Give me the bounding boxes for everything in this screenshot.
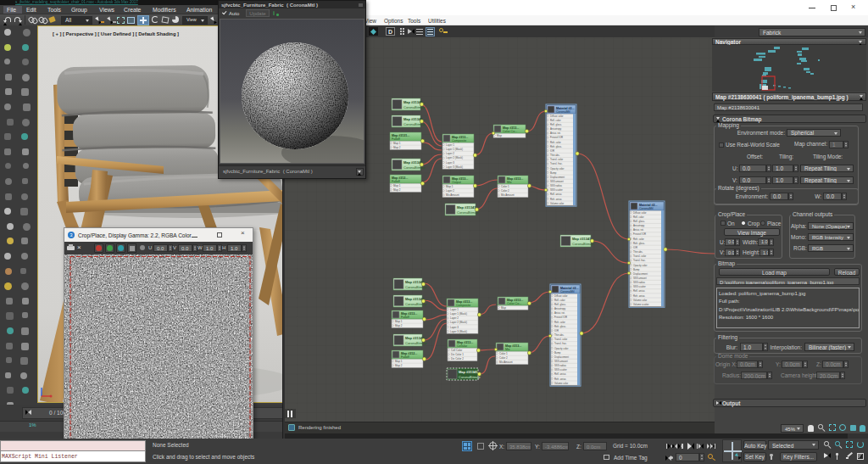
svg-text:Map #31341...: Map #31341... — [459, 370, 481, 374]
svg-text:Refl. color: Refl. color — [550, 119, 561, 122]
svg-text:Volume scatter: Volume scatter — [633, 303, 649, 306]
svg-text:Fresnel IOR: Fresnel IOR — [554, 316, 567, 319]
svg-text:Anisotropy: Anisotropy — [633, 224, 645, 227]
svg-text:Refr. aniso.: Refr. aniso. — [633, 294, 645, 298]
svg-text:Thin abs.: Thin abs. — [554, 333, 565, 337]
svg-text:Refr. aniso.: Refr. aniso. — [554, 377, 566, 381]
svg-text:Mix Amount: Mix Amount — [499, 361, 513, 364]
svg-text:Map 1: Map 1 — [446, 185, 453, 188]
svg-text:IOR: IOR — [550, 149, 554, 153]
svg-text:Color 1: Color 1 — [499, 352, 508, 355]
svg-text:Aniso. rot.: Aniso. rot. — [550, 131, 561, 135]
svg-text:Mix Amount: Mix Amount — [501, 193, 515, 197]
svg-text:Refr. color: Refr. color — [633, 238, 644, 241]
svg-text:Opacity color: Opacity color — [550, 167, 564, 171]
svg-text:Map 2: Map 2 — [395, 364, 403, 367]
svg-text:Layer 2: Layer 2 — [446, 152, 454, 155]
svg-text:Layer 3 (Mask): Layer 3 (Mask) — [446, 165, 463, 169]
svg-text:Layer 1: Layer 1 — [450, 308, 459, 311]
svg-text:Map: Map — [497, 134, 502, 137]
svg-text:Layer 2 (Mask): Layer 2 (Mask) — [446, 156, 463, 159]
svg-text:Refl. color: Refl. color — [633, 215, 644, 219]
svg-text:CoronaMtl: CoronaMtl — [556, 110, 570, 114]
svg-text:Layer 3: Layer 3 — [450, 326, 459, 329]
svg-text:Fresnel IOR: Fresnel IOR — [633, 232, 646, 236]
svg-text:Composite: Composite — [456, 304, 470, 307]
svg-text:Falloff: Falloff — [401, 316, 409, 319]
svg-text:Map 1: Map 1 — [395, 320, 403, 323]
svg-text:Volume color: Volume color — [554, 382, 568, 385]
svg-text:Falloff: Falloff — [401, 355, 409, 359]
svg-text:Thin abs.: Thin abs. — [633, 250, 643, 254]
svg-text:Refr. color: Refr. color — [554, 321, 565, 324]
svg-text:Output: Output — [452, 181, 461, 184]
svg-text:Layer 2 (Mask): Layer 2 (Mask) — [450, 321, 467, 324]
svg-text:SSS amount: SSS amount — [633, 277, 647, 280]
svg-text:Thin abs.: Thin abs. — [550, 154, 560, 157]
svg-text:SSS radius: SSS radius — [554, 364, 567, 367]
svg-text:Map 2: Map 2 — [393, 146, 401, 149]
svg-text:Refr. color: Refr. color — [550, 141, 561, 144]
svg-text:Transl. color: Transl. color — [550, 158, 563, 161]
svg-text:Refl. gloss.: Refl. gloss. — [550, 123, 562, 126]
svg-text:Map: Map — [501, 306, 506, 310]
svg-text:Displacement: Displacement — [554, 355, 569, 359]
svg-text:SSS scatter: SSS scatter — [554, 368, 567, 372]
svg-text:Volume color: Volume color — [633, 299, 647, 302]
svg-text:Falloff: Falloff — [392, 180, 400, 183]
svg-text:Displacement: Displacement — [550, 176, 565, 179]
svg-text:Refr. aniso.: Refr. aniso. — [550, 198, 562, 201]
svg-text:Falloff: Falloff — [392, 137, 400, 141]
svg-text:Bump: Bump — [550, 171, 557, 175]
svg-text:CoronaBitmap: CoronaBitmap — [459, 375, 481, 379]
svg-text:Aniso. rot.: Aniso. rot. — [633, 228, 644, 232]
svg-text:Div Color 2: Div Color 2 — [451, 357, 464, 361]
svg-text:Opacity color: Opacity color — [633, 264, 647, 267]
svg-text:Mix: Mix — [507, 181, 512, 184]
svg-text:Layer 1: Layer 1 — [446, 143, 454, 147]
svg-text:Layer 3 (Mask): Layer 3 (Mask) — [450, 330, 467, 333]
svg-text:Color 1: Color 1 — [501, 185, 509, 188]
svg-text:Div Color 1: Div Color 1 — [451, 353, 464, 356]
svg-text:Diffuse color: Diffuse color — [554, 294, 568, 298]
svg-text:Refr. gloss.: Refr. gloss. — [554, 325, 566, 328]
svg-text:CoronaMtl: CoronaMtl — [560, 290, 575, 293]
svg-text:SSS scatter: SSS scatter — [550, 188, 563, 192]
svg-text:Refl. aniso.: Refl. aniso. — [554, 372, 566, 376]
svg-text:Refl. aniso.: Refl. aniso. — [633, 289, 645, 293]
svg-text:Layer 3: Layer 3 — [446, 161, 454, 165]
svg-text:Layer 1 (Mask): Layer 1 (Mask) — [446, 148, 463, 151]
svg-text:Refl. gloss.: Refl. gloss. — [554, 303, 566, 306]
svg-text:SSS radius: SSS radius — [633, 281, 646, 284]
svg-text:Anisotropy: Anisotropy — [550, 127, 562, 131]
svg-text:Opacity color: Opacity color — [554, 347, 568, 350]
svg-text:Map 2: Map 2 — [393, 188, 401, 192]
svg-text:SSS scatter: SSS scatter — [633, 285, 646, 288]
svg-text:Diffuse color: Diffuse color — [550, 115, 564, 118]
svg-text:Bump: Bump — [554, 351, 561, 355]
svg-text:Layer 2: Layer 2 — [446, 189, 454, 193]
svg-text:Anisotropy: Anisotropy — [554, 307, 566, 310]
svg-text:Mix: Mix — [505, 348, 510, 351]
svg-text:Layer 1 (Mask): Layer 1 (Mask) — [450, 312, 467, 316]
svg-text:Fresnel IOR: Fresnel IOR — [550, 136, 563, 139]
svg-text:Map 1: Map 1 — [393, 184, 401, 187]
svg-text:CoronaMtl: CoronaMtl — [639, 207, 654, 210]
svg-text:IOR: IOR — [633, 246, 637, 249]
svg-text:Color 2: Color 2 — [499, 356, 508, 360]
svg-text:Map 1: Map 1 — [393, 142, 401, 145]
svg-text:Diffuse color: Diffuse color — [633, 211, 647, 215]
svg-text:Aniso. rot.: Aniso. rot. — [554, 311, 565, 315]
svg-text:Transl. frac.: Transl. frac. — [633, 259, 646, 262]
svg-text:Transl. frac.: Transl. frac. — [554, 342, 567, 345]
svg-text:Composite: Composite — [452, 139, 466, 143]
svg-text:Color Co...: Color Co... — [503, 130, 517, 133]
svg-text:Map 2: Map 2 — [395, 324, 403, 327]
svg-text:Bump: Bump — [633, 268, 640, 271]
svg-text:Refl. aniso.: Refl. aniso. — [550, 193, 562, 196]
svg-text:Transl. frac.: Transl. frac. — [550, 162, 563, 165]
svg-text:Refl. gloss.: Refl. gloss. — [633, 220, 645, 223]
svg-text:Layer 2: Layer 2 — [450, 316, 459, 320]
svg-text:Color 2: Color 2 — [501, 189, 509, 193]
svg-text:SSS amount: SSS amount — [554, 360, 568, 363]
